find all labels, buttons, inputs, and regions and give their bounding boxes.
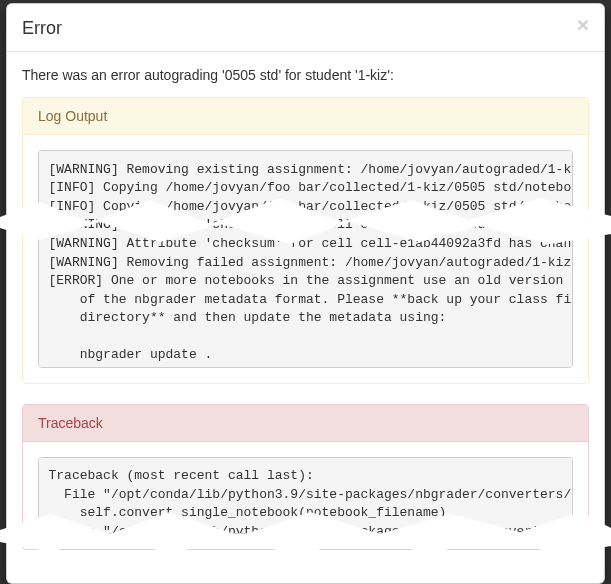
modal-title: Error [22,16,577,41]
traceback-body: Traceback (most recent call last): File … [23,442,588,550]
close-button[interactable]: × [577,14,589,35]
error-intro-text: There was an error autograding '0505 std… [22,67,589,83]
modal-header: Error × [7,4,604,52]
traceback-panel: Traceback Traceback (most recent call la… [22,404,589,551]
log-output-panel: Log Output [WARNING] Removing existing a… [22,97,589,384]
traceback-pre[interactable]: Traceback (most recent call last): File … [38,457,573,535]
log-output-pre[interactable]: [WARNING] Removing existing assignment: … [38,150,573,368]
traceback-heading: Traceback [23,405,588,442]
error-modal: Error × There was an error autograding '… [6,3,605,584]
modal-body: There was an error autograding '0505 std… [7,52,604,583]
log-output-body: [WARNING] Removing existing assignment: … [23,135,588,383]
log-output-heading: Log Output [23,98,588,135]
